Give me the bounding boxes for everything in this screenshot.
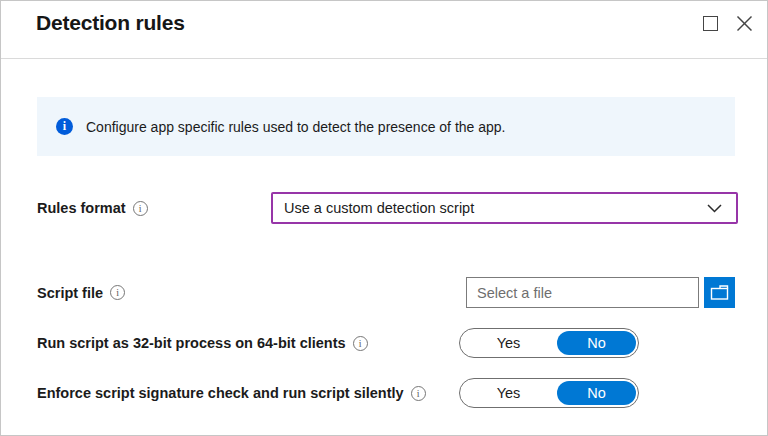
close-button[interactable] bbox=[734, 13, 754, 33]
info-banner: i Configure app specific rules used to d… bbox=[37, 97, 735, 156]
script-file-input[interactable] bbox=[466, 277, 699, 308]
toggle-option-yes[interactable]: Yes bbox=[460, 335, 557, 351]
rules-format-label: Rules format bbox=[37, 200, 126, 216]
info-tooltip-icon[interactable]: i bbox=[110, 285, 125, 300]
signature-silent-toggle: Yes No bbox=[459, 378, 639, 408]
toggle-option-yes[interactable]: Yes bbox=[460, 385, 557, 401]
toggle-option-no[interactable]: No bbox=[557, 381, 636, 405]
rules-format-dropdown[interactable]: Use a custom detection script bbox=[271, 192, 738, 224]
close-icon bbox=[736, 15, 753, 32]
page-title: Detection rules bbox=[36, 11, 185, 35]
rules-format-label-row: Rules format i bbox=[37, 192, 148, 224]
detection-rules-panel: Detection rules i Configure app specific… bbox=[0, 0, 768, 436]
info-tooltip-icon[interactable]: i bbox=[133, 201, 148, 216]
info-tooltip-icon[interactable]: i bbox=[353, 336, 368, 351]
maximize-icon bbox=[703, 16, 718, 31]
window-controls bbox=[700, 13, 754, 33]
run-32bit-label-row: Run script as 32-bit process on 64-bit c… bbox=[37, 328, 368, 358]
rules-format-dropdown-value: Use a custom detection script bbox=[284, 200, 707, 216]
run-32bit-toggle: Yes No bbox=[459, 328, 639, 358]
info-tooltip-icon[interactable]: i bbox=[411, 386, 426, 401]
chevron-down-icon bbox=[707, 204, 722, 213]
script-file-label: Script file bbox=[37, 285, 103, 301]
folder-icon bbox=[710, 284, 729, 301]
maximize-button[interactable] bbox=[700, 13, 720, 33]
toggle-option-no[interactable]: No bbox=[557, 331, 636, 355]
script-file-label-row: Script file i bbox=[37, 277, 125, 308]
header-divider bbox=[1, 58, 767, 59]
signature-silent-label-row: Enforce script signature check and run s… bbox=[37, 378, 426, 408]
run-32bit-label: Run script as 32-bit process on 64-bit c… bbox=[37, 335, 346, 351]
info-banner-text: Configure app specific rules used to det… bbox=[86, 119, 506, 135]
browse-file-button[interactable] bbox=[704, 277, 735, 308]
info-icon: i bbox=[56, 118, 73, 135]
signature-silent-label: Enforce script signature check and run s… bbox=[37, 385, 404, 401]
